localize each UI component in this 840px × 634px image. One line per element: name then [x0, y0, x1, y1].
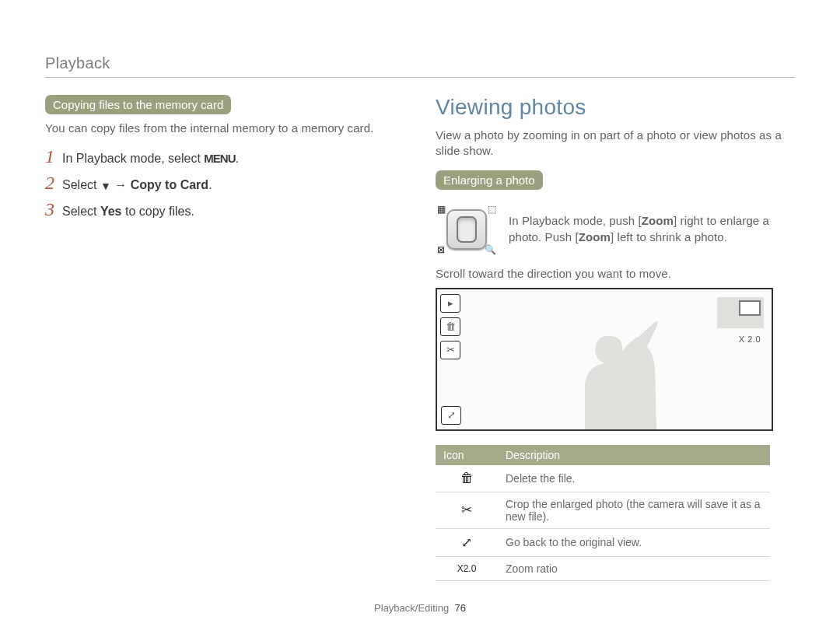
intro-viewing-photos: View a photo by zooming in on part of a … — [436, 128, 795, 159]
crop-icon: ✂ — [446, 344, 455, 356]
zoom-out-button[interactable]: ⤢ — [441, 406, 461, 425]
zoom-corner-br-icon: 🔍 — [485, 244, 496, 255]
cell-desc: Zoom ratio — [498, 556, 770, 580]
table-row: 🗑 Delete the file. — [436, 465, 770, 492]
step-text-pre: Select — [62, 205, 100, 218]
heading-viewing-photos: Viewing photos — [436, 95, 795, 120]
table-header-row: Icon Description — [436, 445, 770, 465]
cell-desc: Delete the file. — [498, 465, 770, 492]
zoom-instruction-row: ▦ ⬚ ⊠ 🔍 In Playback mode, push [Zoom] ri… — [436, 204, 795, 255]
zoom-text-pre: In Playback mode, push [ — [509, 214, 642, 227]
pill-enlarging-photo: Enlarging a photo — [436, 170, 543, 190]
step-text-pre: In Playback mode, select — [62, 152, 204, 165]
crop-button[interactable]: ✂ — [440, 341, 460, 359]
th-icon: Icon — [436, 445, 498, 465]
trash-icon: 🗑 — [460, 471, 474, 485]
crop-icon: ✂ — [461, 503, 472, 517]
delete-button[interactable]: 🗑 — [440, 317, 460, 336]
cell-icon: ⤢ — [436, 528, 498, 556]
step-item: 1 In Playback mode, select MENU. — [45, 147, 404, 166]
zoom-out-icon: ⤢ — [447, 409, 456, 421]
cell-desc: Go back to the original view. — [498, 528, 770, 556]
intro-copy-files: You can copy files from the internal mem… — [45, 121, 404, 136]
down-arrow-icon: ▼ — [100, 180, 111, 192]
step-text-post: to copy files. — [122, 205, 194, 218]
photo-viewer: ▸ 🗑 ✂ ⤢ X 2.0 — [436, 288, 773, 431]
scroll-note: Scroll toward the direction you want to … — [436, 266, 795, 282]
play-button[interactable]: ▸ — [440, 294, 460, 313]
footer-section: Playback/Editing — [374, 602, 449, 614]
zoom-out-icon: ⤢ — [461, 535, 472, 550]
menu-icon: MENU — [204, 152, 235, 165]
steps-list: 1 In Playback mode, select MENU. 2 Selec… — [45, 147, 404, 219]
table-row: X2.0 Zoom ratio — [436, 556, 770, 580]
section-title: Playback — [45, 54, 795, 72]
photo-silhouette — [530, 313, 686, 429]
left-column: Copying files to the memory card You can… — [45, 95, 404, 581]
step-text: In Playback mode, select MENU. — [62, 152, 239, 166]
zoom-instruction-text: In Playback mode, push [Zoom] right to e… — [509, 213, 795, 245]
cell-desc: Crop the enlarged photo (the camera will… — [498, 492, 770, 528]
step-text-post: . — [235, 152, 238, 165]
play-icon: ▸ — [448, 297, 453, 309]
page-number: 76 — [454, 602, 465, 614]
right-column: Viewing photos View a photo by zooming i… — [436, 95, 795, 581]
zoom-corner-bl-icon: ⊠ — [437, 244, 445, 255]
viewer-sidebar: ▸ 🗑 ✂ ⤢ — [437, 289, 464, 429]
icon-legend-table: Icon Description 🗑 Delete the file. ✂ Cr… — [436, 445, 770, 581]
pill-copy-files: Copying files to the memory card — [45, 95, 231, 114]
zoom-wheel-icon: ▦ ⬚ ⊠ 🔍 — [436, 204, 498, 255]
zoom-text-bold: Zoom — [579, 230, 611, 243]
step-item: 2 Select ▼ → Copy to Card. — [45, 173, 404, 192]
step-item: 3 Select Yes to copy files. — [45, 200, 404, 219]
th-description: Description — [498, 445, 770, 465]
step-text-pre: Select — [62, 178, 100, 191]
zoom-text-bold: Zoom — [642, 214, 674, 227]
step-text-mid: → — [111, 178, 131, 191]
header-rule — [45, 77, 795, 78]
zoom-wheel — [446, 209, 487, 250]
page-root: Playback Copying files to the memory car… — [0, 0, 840, 581]
zoom-text-post: ] left to shrink a photo. — [611, 230, 727, 243]
page-footer: Playback/Editing 76 — [0, 602, 840, 614]
step-number: 1 — [45, 147, 54, 166]
step-text: Select Yes to copy files. — [62, 205, 194, 219]
viewer-minimap — [717, 297, 764, 328]
trash-icon: 🗑 — [446, 321, 456, 332]
columns: Copying files to the memory card You can… — [45, 95, 795, 581]
cell-icon: 🗑 — [436, 465, 498, 492]
table-row: ✂ Crop the enlarged photo (the camera wi… — [436, 492, 770, 528]
zoom-corner-tl-icon: ▦ — [437, 204, 446, 215]
zoom-knob — [457, 216, 477, 243]
step-text-post: . — [208, 178, 212, 191]
step-number: 3 — [45, 200, 54, 219]
step-text-bold: Copy to Card — [131, 178, 208, 191]
step-text-bold: Yes — [100, 205, 122, 218]
cell-icon: X2.0 — [436, 556, 498, 580]
zoom-ratio-label: X 2.0 — [739, 335, 761, 344]
cell-icon: ✂ — [436, 492, 498, 528]
zoom-corner-tr-icon: ⬚ — [488, 204, 496, 215]
step-number: 2 — [45, 173, 54, 192]
step-text: Select ▼ → Copy to Card. — [62, 178, 212, 192]
table-row: ⤢ Go back to the original view. — [436, 528, 770, 556]
